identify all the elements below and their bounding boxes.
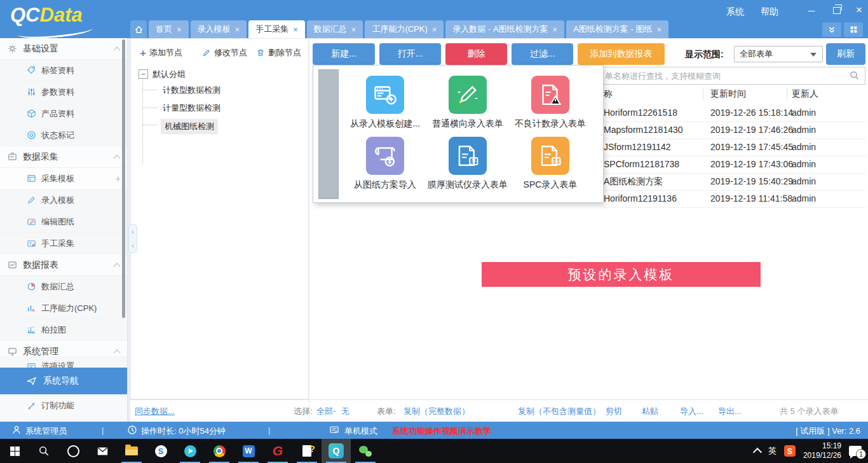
popup-item-create-from-template[interactable]: 从录入模板创建... <box>341 76 430 130</box>
start-button[interactable] <box>0 439 29 463</box>
add-to-report-button[interactable]: 添加到数据报表 <box>578 43 665 65</box>
tab-entry-data-plan[interactable]: 录入数据 - A图纸检测方案× <box>445 20 564 38</box>
export-link[interactable]: 导出... <box>718 406 742 417</box>
add-node-button[interactable]: + 添加节点 <box>140 47 182 59</box>
tab-manual-collect[interactable]: 手工采集× <box>248 20 305 38</box>
sidebar-item-data-summary[interactable]: 数据汇总 <box>0 276 127 298</box>
notification-center-button[interactable]: 1 <box>849 446 862 456</box>
search-icon[interactable] <box>849 70 860 81</box>
table-row[interactable]: A图纸检测方案2019-12-19 15:40:29admin <box>603 173 865 191</box>
sidebar-item-custom-function[interactable]: 订制功能 <box>0 394 127 417</box>
refresh-button[interactable]: 刷新 <box>826 43 865 65</box>
menu-system[interactable]: 系统 <box>726 6 744 18</box>
tab-close-icon[interactable]: × <box>351 25 356 34</box>
tree-node-counting[interactable]: 计数型数据检测 <box>163 85 220 96</box>
popup-item-film-thickness-form[interactable]: 厚 膜厚测试仪录入表单 <box>423 137 512 191</box>
table-row[interactable]: Mapsform121814302019-12-19 17:46:26admin <box>603 121 865 139</box>
table-row[interactable]: SPCform121817382019-12-19 17:43:06admin <box>603 156 865 174</box>
select-all-link[interactable]: 全部 <box>316 406 333 417</box>
tab-close-icon[interactable]: × <box>235 25 240 34</box>
chrome-button[interactable] <box>205 439 234 463</box>
sidebar-item-collect-template[interactable]: 采集模板 + <box>0 168 127 190</box>
red-app-button[interactable]: G <box>263 439 292 463</box>
tab-close-icon[interactable]: × <box>553 25 558 34</box>
wechat-button[interactable] <box>351 439 380 463</box>
hidden-icons-chevron[interactable] <box>753 447 762 456</box>
tree-node-measuring[interactable]: 计量型数据检测 <box>163 102 220 114</box>
splitter-left-icon[interactable]: ‹ <box>132 242 133 249</box>
popup-item-horizontal-form[interactable]: 普通横向录入表单 <box>423 76 512 130</box>
sidebar-section-basic-settings[interactable]: 基础设置 <box>0 38 127 60</box>
tree-collapse-icon[interactable]: − <box>139 69 148 79</box>
sync-data-link[interactable]: 同步数据... <box>135 406 175 417</box>
video-player-button[interactable] <box>175 439 205 463</box>
table-row[interactable]: JSform121911422019-12-19 17:45:45admin <box>603 139 865 156</box>
tab-data-summary[interactable]: 数据汇总× <box>307 20 363 38</box>
import-link[interactable]: 导入... <box>680 406 703 417</box>
sidebar-item-parameter-data[interactable]: 参数资料 <box>0 81 127 103</box>
sidebar-section-data-report[interactable]: 数据报表 <box>0 254 127 276</box>
sidebar-item-label-data[interactable]: 标签资料 <box>0 60 127 81</box>
tab-homepage[interactable]: 首页× <box>149 20 189 38</box>
copy-full-link[interactable]: 复制（完整数据） <box>403 406 470 417</box>
close-button[interactable]: × <box>852 4 866 17</box>
sidebar-section-data-collect[interactable]: 数据采集 <box>0 146 127 168</box>
sidebar-item-product-data[interactable]: 产品资料 <box>0 103 127 125</box>
tree-node-mechanical-selected[interactable]: 机械图纸检测 <box>161 119 218 134</box>
edit-node-button[interactable]: 修改节点 <box>202 47 247 59</box>
popup-item-defect-count-form[interactable]: 不良计数录入表单 <box>506 76 595 130</box>
tab-entry-template[interactable]: 录入模板× <box>191 20 247 38</box>
col-update-time[interactable]: 更新时间 <box>710 88 746 100</box>
sidebar-item-pareto[interactable]: 柏拉图 <box>0 319 127 341</box>
popup-scrollbar[interactable] <box>318 69 339 199</box>
sidebar-item-status-mark[interactable]: 状态标记 <box>0 125 127 146</box>
delete-button[interactable]: 删除 <box>445 43 507 65</box>
copy-partial-link[interactable]: 复制（不包含测量值） <box>518 406 600 417</box>
tab-plan-drawing[interactable]: A图纸检测方案 - 图纸× <box>566 20 668 38</box>
col-update-user[interactable]: 更新人 <box>792 88 818 100</box>
qcdata-app-button[interactable]: Q <box>322 439 351 463</box>
s-browser-button[interactable]: S <box>146 439 175 463</box>
sidebar-item-edit-drawing[interactable]: 编辑图纸 <box>0 211 127 233</box>
tab-close-icon[interactable]: × <box>432 25 437 34</box>
scope-select[interactable]: 全部表单 <box>734 46 823 62</box>
sogou-input-icon[interactable]: S <box>784 445 796 457</box>
sidebar-item-system-nav[interactable]: 系统导航 <box>0 368 127 394</box>
cortana-button[interactable] <box>58 439 88 463</box>
tab-close-icon[interactable]: × <box>177 25 182 34</box>
tree-root-node[interactable]: 默认分组 <box>153 69 186 80</box>
filter-button[interactable]: 过滤... <box>512 43 573 65</box>
delete-node-button[interactable]: 删除节点 <box>256 47 301 59</box>
select-none-link[interactable]: 无 <box>341 406 349 417</box>
tab-cpk[interactable]: 工序能力(CPK)× <box>365 20 444 38</box>
open-button[interactable]: 打开... <box>379 43 441 65</box>
add-node-plus-icon[interactable]: + <box>116 174 121 184</box>
table-row[interactable]: Horiform121911362019-12-19 11:41:58admin <box>603 190 865 208</box>
wps-button[interactable]: W <box>234 439 263 463</box>
col-name[interactable]: 称 <box>604 88 613 100</box>
table-row[interactable]: Horiform122615182019-12-26 15:18:14admin <box>603 104 865 122</box>
file-explorer-button[interactable] <box>117 439 146 463</box>
status-promo-link[interactable]: 系统功能操作视频演示教学 <box>392 425 491 437</box>
popup-item-spc-form[interactable]: SPC SPC录入表单 <box>506 137 595 191</box>
cut-link[interactable]: 剪切 <box>606 406 622 417</box>
taskbar-clock[interactable]: 15:19 2019/12/26 <box>803 441 841 460</box>
popup-item-import-from-drawing[interactable]: 从图纸方案导入 <box>341 137 430 191</box>
tab-close-icon[interactable]: × <box>293 25 298 34</box>
mail-app-button[interactable] <box>88 439 117 463</box>
taskbar-search-button[interactable] <box>29 439 58 463</box>
input-language-indicator[interactable]: 英 <box>768 445 776 457</box>
tab-home[interactable] <box>130 20 147 38</box>
restore-button[interactable] <box>830 4 844 17</box>
sidebar-scrollbar[interactable] <box>122 39 125 318</box>
sidebar-item-entry-template[interactable]: 录入模板 <box>0 190 127 211</box>
minimize-button[interactable]: ─ <box>804 4 818 17</box>
sidebar-item-cpk[interactable]: 工序能力(CPK) <box>0 298 127 319</box>
panel-splitter[interactable]: › ‹ <box>128 224 137 253</box>
paste-link[interactable]: 粘贴 <box>642 406 658 417</box>
tab-overflow-button[interactable] <box>822 22 841 37</box>
splitter-right-icon[interactable]: › <box>132 228 133 235</box>
sidebar-item-manual-collect[interactable]: 手工采集 <box>0 233 127 254</box>
tab-grid-button[interactable] <box>844 22 863 37</box>
help-doc-button[interactable]: ? <box>292 439 322 463</box>
